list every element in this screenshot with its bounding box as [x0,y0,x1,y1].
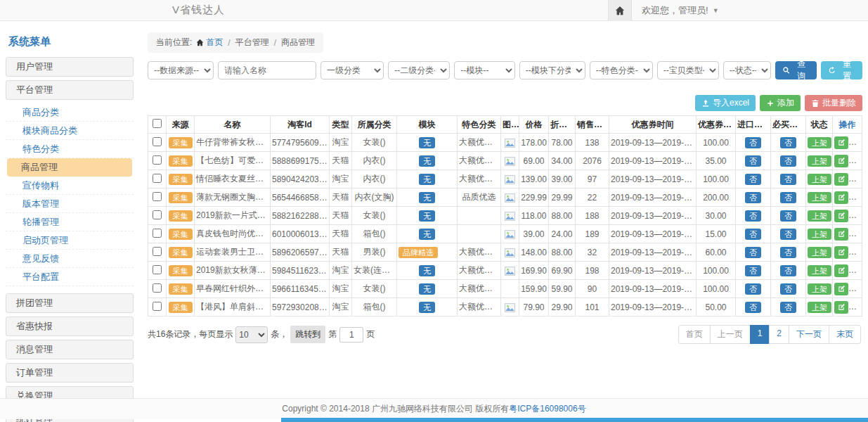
reset-button[interactable]: 重置 [821,61,862,79]
import-select-toggle[interactable]: 否 [745,192,761,203]
jump-button[interactable]: 跳转到 [290,326,325,343]
edit-button[interactable] [834,283,848,295]
import-select-toggle[interactable]: 否 [745,137,761,148]
row-checkbox[interactable] [153,247,162,256]
import-select-toggle[interactable]: 否 [745,155,761,167]
must-buy-toggle[interactable]: 否 [780,155,796,167]
status-badge[interactable]: 上架 [808,247,831,258]
sidebar-item-goods-category[interactable]: 商品分类 [6,103,134,122]
row-checkbox[interactable] [153,137,162,146]
status-badge[interactable]: 上架 [808,155,831,167]
edit-button[interactable] [834,228,848,241]
filter-select-module-subcategory[interactable]: --模块下分类-- [519,61,585,79]
sidebar-item-platform-config[interactable]: 平台配置 [6,268,134,286]
search-button[interactable]: 查询 [775,61,817,79]
home-button[interactable] [608,0,632,21]
status-badge[interactable]: 上架 [808,302,831,313]
status-badge[interactable]: 上架 [808,192,831,203]
status-badge[interactable]: 上架 [808,265,831,276]
import-select-toggle[interactable]: 否 [745,302,761,313]
filter-select-item-type[interactable]: --宝贝类型-- [657,61,719,79]
row-checkbox[interactable] [153,174,162,183]
import-select-toggle[interactable]: 否 [745,265,761,276]
status-badge[interactable]: 上架 [808,210,831,222]
module-badge[interactable]: 无 [419,265,435,276]
must-buy-toggle[interactable]: 否 [780,192,796,203]
sidebar-item-group-buy-mgmt[interactable]: 拼团管理 [6,293,134,313]
edit-button[interactable] [834,191,848,204]
module-badge[interactable]: 无 [419,137,435,148]
import-select-toggle[interactable]: 否 [745,210,761,222]
filter-select-level2-category[interactable]: --二级分类-- [388,61,450,79]
breadcrumb-home-link[interactable]: 首页 [206,37,223,49]
module-badge[interactable]: 无 [419,192,435,203]
edit-button[interactable] [834,264,848,277]
edit-button[interactable] [834,246,848,259]
must-buy-toggle[interactable]: 否 [780,174,796,185]
module-badge[interactable]: 无 [419,302,435,313]
module-badge[interactable]: 品牌精选 [399,247,438,258]
must-buy-toggle[interactable]: 否 [780,283,796,295]
edit-button[interactable] [834,210,848,222]
pager-first[interactable]: 首页 [678,325,711,344]
import-select-toggle[interactable]: 否 [745,229,761,240]
status-badge[interactable]: 上架 [808,174,831,185]
filter-select-module[interactable]: --模块-- [454,61,514,79]
sidebar-item-module-goods-category[interactable]: 模块商品分类 [6,122,134,140]
status-badge[interactable]: 上架 [808,229,831,240]
edit-button[interactable] [834,155,848,167]
edit-button[interactable] [834,173,848,186]
filter-select-status[interactable]: --状态-- [723,61,771,79]
sidebar-item-goods-mgmt[interactable]: 商品管理 [7,158,132,177]
sidebar-item-message-mgmt[interactable]: 消息管理 [6,340,134,359]
sidebar-item-promo-materials[interactable]: 宣传物料 [6,177,134,195]
module-badge[interactable]: 无 [419,155,435,167]
pager-page-1[interactable]: 1 [750,325,770,344]
sidebar-item-user-mgmt[interactable]: 用户管理 [6,57,134,77]
must-buy-toggle[interactable]: 否 [780,302,796,313]
sidebar-item-version-mgmt[interactable]: 版本管理 [6,195,134,213]
user-menu[interactable]: 欢迎您，管理员! ▼ [632,0,719,21]
module-badge[interactable]: 无 [419,283,435,295]
jump-page-input[interactable] [339,327,363,343]
row-checkbox[interactable] [153,210,162,219]
must-buy-toggle[interactable]: 否 [780,137,796,148]
filter-select-data-source[interactable]: --数据来源-- [148,61,214,79]
import-select-toggle[interactable]: 否 [745,247,761,258]
filter-select-level1-category[interactable]: 一级分类 [320,61,384,79]
row-checkbox[interactable] [153,192,162,201]
status-badge[interactable]: 上架 [808,283,831,295]
icp-link[interactable]: 粤ICP备16098006号 [509,403,585,415]
status-badge[interactable]: 上架 [808,137,831,148]
import-excel-button[interactable]: 导入excel [695,95,756,111]
sidebar-item-splash-mgmt[interactable]: 启动页管理 [6,231,134,250]
page-size-select[interactable]: 10 [235,326,268,343]
pager-next[interactable]: 下一页 [789,325,829,344]
select-all-checkbox[interactable] [153,119,162,128]
sidebar-item-feedback[interactable]: 意见反馈 [6,250,134,268]
row-checkbox[interactable] [153,283,162,293]
must-buy-toggle[interactable]: 否 [780,229,796,240]
edit-button[interactable] [834,136,848,149]
sidebar-item-feature-category[interactable]: 特色分类 [6,140,134,158]
row-checkbox[interactable] [153,229,162,238]
sidebar-item-platform-mgmt[interactable]: 平台管理 [6,80,134,100]
sidebar-item-order-mgmt[interactable]: 订单管理 [6,363,134,383]
pager-page-2[interactable]: 2 [769,325,789,344]
pager-prev[interactable]: 上一页 [710,325,751,344]
bottom-scrollbar-thumb[interactable] [281,418,868,422]
must-buy-toggle[interactable]: 否 [780,265,796,276]
row-checkbox[interactable] [153,155,162,165]
import-select-toggle[interactable]: 否 [745,174,761,185]
must-buy-toggle[interactable]: 否 [780,210,796,222]
row-checkbox[interactable] [153,302,162,311]
import-select-toggle[interactable]: 否 [745,283,761,295]
row-checkbox[interactable] [153,265,162,274]
module-badge[interactable]: 无 [419,174,435,185]
filter-select-feature-category[interactable]: --特色分类-- [590,61,653,79]
edit-button[interactable] [834,301,848,314]
must-buy-toggle[interactable]: 否 [780,247,796,258]
module-badge[interactable]: 无 [419,210,435,222]
pager-last[interactable]: 末页 [829,325,861,344]
add-button[interactable]: 添加 [760,95,801,111]
